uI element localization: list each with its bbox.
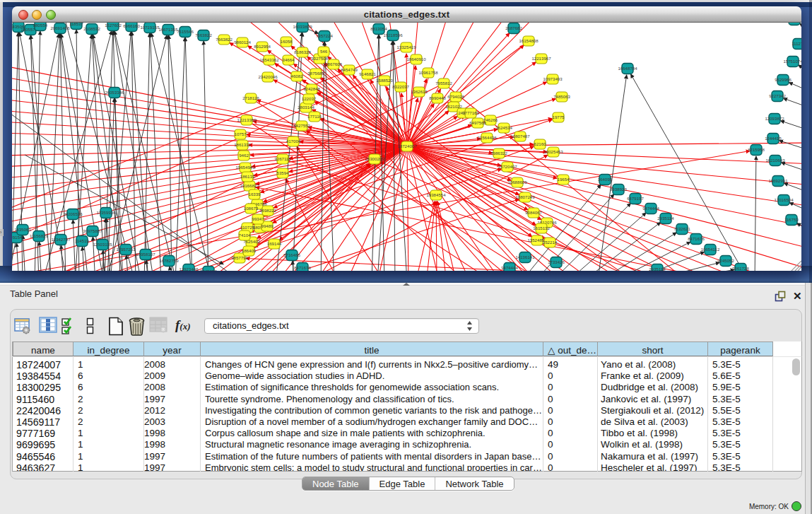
svg-text:6966160: 6966160 bbox=[123, 23, 140, 28]
svg-text:8471676: 8471676 bbox=[688, 236, 705, 241]
svg-text:3624534: 3624534 bbox=[495, 125, 512, 130]
svg-text:15720407: 15720407 bbox=[498, 164, 517, 169]
svg-text:1588520: 1588520 bbox=[376, 78, 393, 83]
svg-text:7663822: 7663822 bbox=[216, 37, 233, 42]
svg-text:8471676: 8471676 bbox=[294, 265, 311, 270]
svg-text:10807487: 10807487 bbox=[510, 134, 530, 139]
svg-text:1861332: 1861332 bbox=[234, 142, 251, 147]
svg-text:17016504: 17016504 bbox=[774, 197, 794, 202]
svg-text:17359934: 17359934 bbox=[96, 210, 116, 215]
svg-text:169144: 169144 bbox=[267, 241, 282, 246]
svg-text:14136141: 14136141 bbox=[515, 255, 535, 259]
svg-text:9242848: 9242848 bbox=[303, 86, 320, 91]
svg-text:25300203: 25300203 bbox=[365, 156, 384, 161]
svg-text:116753: 116753 bbox=[784, 217, 799, 222]
svg-text:8454749: 8454749 bbox=[341, 67, 358, 72]
svg-text:12342737: 12342737 bbox=[51, 237, 71, 242]
svg-text:186409: 186409 bbox=[242, 248, 257, 253]
svg-text:2867608: 2867608 bbox=[325, 62, 342, 66]
svg-text:111278: 111278 bbox=[792, 41, 801, 46]
svg-text:99489: 99489 bbox=[261, 223, 274, 228]
svg-text:21564436: 21564436 bbox=[477, 135, 497, 140]
svg-text:186133: 186133 bbox=[240, 174, 255, 179]
svg-text:8186328: 8186328 bbox=[294, 49, 311, 54]
svg-text:12213967: 12213967 bbox=[531, 56, 551, 61]
svg-text:9462: 9462 bbox=[239, 153, 249, 158]
svg-text:9474444: 9474444 bbox=[501, 265, 518, 270]
svg-text:23420046: 23420046 bbox=[258, 74, 278, 79]
svg-text:110725: 110725 bbox=[240, 225, 254, 230]
svg-text:62160: 62160 bbox=[534, 141, 547, 146]
svg-text:16543362: 16543362 bbox=[259, 57, 279, 62]
svg-text:7955812: 7955812 bbox=[435, 81, 452, 86]
svg-text:7663822: 7663822 bbox=[195, 33, 212, 37]
svg-text:9245052: 9245052 bbox=[717, 258, 734, 263]
svg-text:1733426: 1733426 bbox=[548, 259, 565, 264]
svg-text:16648784: 16648784 bbox=[618, 66, 637, 71]
svg-text:19654943: 19654943 bbox=[235, 165, 255, 170]
svg-text:16782759: 16782759 bbox=[159, 258, 179, 263]
svg-text:19384554: 19384554 bbox=[426, 192, 446, 197]
svg-text:16339: 16339 bbox=[249, 192, 261, 197]
svg-text:10757: 10757 bbox=[235, 132, 247, 136]
svg-text:10688609: 10688609 bbox=[507, 180, 527, 185]
svg-text:34664: 34664 bbox=[283, 57, 295, 62]
svg-text:7357224: 7357224 bbox=[316, 33, 333, 38]
svg-text:8990448: 8990448 bbox=[429, 95, 446, 100]
svg-text:8215958: 8215958 bbox=[748, 147, 765, 152]
svg-text:9146821: 9146821 bbox=[359, 71, 376, 76]
svg-text:10958107: 10958107 bbox=[136, 252, 155, 257]
svg-text:19654: 19654 bbox=[558, 177, 570, 182]
svg-text:19775: 19775 bbox=[553, 115, 565, 119]
svg-text:19166827: 19166827 bbox=[240, 183, 259, 188]
svg-text:10654112: 10654112 bbox=[701, 247, 720, 252]
svg-text:9529966: 9529966 bbox=[775, 77, 792, 82]
svg-text:6497568: 6497568 bbox=[469, 120, 486, 125]
svg-text:19218596: 19218596 bbox=[383, 33, 403, 37]
svg-text:1527602: 1527602 bbox=[105, 23, 122, 28]
svg-text:16058: 16058 bbox=[281, 39, 293, 44]
svg-text:6479197: 6479197 bbox=[627, 196, 644, 201]
svg-text:7485063: 7485063 bbox=[553, 94, 570, 99]
svg-text:30975887: 30975887 bbox=[83, 228, 102, 233]
svg-text:16671355: 16671355 bbox=[158, 27, 178, 32]
svg-text:114519: 114519 bbox=[75, 238, 89, 243]
svg-text:9084067: 9084067 bbox=[525, 210, 542, 215]
svg-text:15751074: 15751074 bbox=[783, 59, 801, 64]
svg-text:980554: 980554 bbox=[33, 23, 48, 28]
svg-text:2718126: 2718126 bbox=[242, 95, 259, 100]
svg-text:10719155: 10719155 bbox=[140, 25, 160, 30]
svg-text:9860124: 9860124 bbox=[234, 40, 251, 45]
svg-text:20691406: 20691406 bbox=[50, 25, 70, 30]
svg-text:6794028: 6794028 bbox=[447, 94, 464, 99]
svg-text:3267110: 3267110 bbox=[274, 156, 291, 161]
svg-text:20206536: 20206536 bbox=[63, 211, 83, 216]
svg-text:16033809: 16033809 bbox=[293, 24, 312, 29]
svg-text:9777169: 9777169 bbox=[462, 110, 479, 115]
svg-text:13325419: 13325419 bbox=[396, 45, 416, 49]
svg-text:53594: 53594 bbox=[277, 170, 290, 175]
svg-text:99347: 99347 bbox=[252, 216, 265, 221]
svg-text:12503135: 12503135 bbox=[93, 242, 112, 247]
svg-text:18724007: 18724007 bbox=[397, 144, 417, 148]
svg-text:2803144: 2803144 bbox=[298, 105, 314, 110]
svg-text:118537: 118537 bbox=[69, 23, 83, 26]
svg-text:8912954: 8912954 bbox=[254, 44, 271, 49]
svg-text:546: 546 bbox=[320, 49, 328, 54]
svg-text:7632621: 7632621 bbox=[673, 226, 690, 231]
svg-text:177116: 177116 bbox=[307, 114, 322, 119]
svg-text:15692991: 15692991 bbox=[768, 178, 788, 183]
svg-text:2108532: 2108532 bbox=[83, 26, 100, 31]
svg-text:5716485: 5716485 bbox=[283, 252, 300, 257]
svg-text:9245052: 9245052 bbox=[200, 269, 217, 271]
svg-text:12923446: 12923446 bbox=[179, 267, 199, 271]
svg-text:1435061: 1435061 bbox=[14, 227, 31, 232]
svg-text:417004: 417004 bbox=[286, 139, 301, 144]
svg-text:10973493: 10973493 bbox=[543, 76, 563, 81]
svg-text:18807249: 18807249 bbox=[515, 194, 535, 199]
svg-text:8427552: 8427552 bbox=[293, 123, 310, 128]
svg-text:9227342: 9227342 bbox=[769, 93, 786, 98]
svg-text:122037: 122037 bbox=[302, 96, 317, 101]
svg-text:9474444: 9474444 bbox=[642, 206, 659, 211]
svg-text:46082: 46082 bbox=[291, 74, 304, 78]
